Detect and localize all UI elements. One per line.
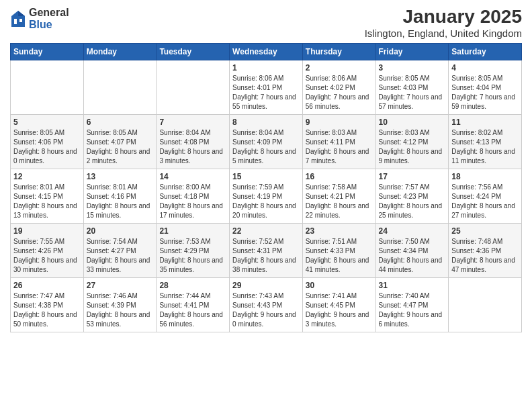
calendar-cell: 19Sunrise: 7:55 AM Sunset: 4:26 PM Dayli…	[11, 223, 84, 277]
day-number: 9	[306, 118, 373, 127]
calendar-cell	[449, 277, 522, 332]
day-number: 29	[232, 281, 300, 290]
day-number: 24	[379, 226, 446, 236]
day-info: Sunrise: 8:04 AM Sunset: 4:09 PM Dayligh…	[232, 128, 300, 166]
header-sunday: Sunday	[11, 43, 84, 60]
svg-rect-2	[14, 19, 17, 24]
page-title: January 2025	[365, 7, 522, 28]
day-number: 4	[451, 63, 519, 73]
day-info: Sunrise: 7:47 AM Sunset: 4:38 PM Dayligh…	[13, 291, 81, 329]
header-thursday: Thursday	[302, 43, 375, 60]
calendar-cell: 16Sunrise: 7:58 AM Sunset: 4:21 PM Dayli…	[302, 169, 375, 223]
day-info: Sunrise: 8:06 AM Sunset: 4:01 PM Dayligh…	[232, 74, 300, 111]
logo-icon	[10, 9, 26, 28]
calendar-cell: 7Sunrise: 8:04 AM Sunset: 4:08 PM Daylig…	[157, 114, 230, 169]
day-info: Sunrise: 8:03 AM Sunset: 4:11 PM Dayligh…	[306, 128, 373, 166]
header-row: Sunday Monday Tuesday Wednesday Thursday…	[11, 43, 522, 60]
day-info: Sunrise: 8:00 AM Sunset: 4:18 PM Dayligh…	[159, 183, 226, 220]
day-number: 17	[379, 172, 446, 181]
calendar-cell: 20Sunrise: 7:54 AM Sunset: 4:27 PM Dayli…	[83, 223, 157, 277]
day-number: 31	[379, 281, 446, 290]
calendar-week-3: 12Sunrise: 8:01 AM Sunset: 4:15 PM Dayli…	[11, 169, 522, 223]
calendar-cell: 5Sunrise: 8:05 AM Sunset: 4:06 PM Daylig…	[11, 114, 84, 169]
day-number: 18	[451, 172, 519, 181]
day-number: 26	[13, 281, 81, 290]
day-number: 2	[306, 63, 373, 73]
calendar-cell: 8Sunrise: 8:04 AM Sunset: 4:09 PM Daylig…	[230, 114, 303, 169]
day-info: Sunrise: 7:48 AM Sunset: 4:36 PM Dayligh…	[451, 237, 519, 275]
calendar-cell: 6Sunrise: 8:05 AM Sunset: 4:07 PM Daylig…	[83, 114, 157, 169]
calendar-table: Sunday Monday Tuesday Wednesday Thursday…	[10, 43, 522, 332]
logo-text: General Blue	[29, 7, 69, 30]
day-number: 21	[159, 226, 226, 236]
logo-blue-text: Blue	[29, 19, 69, 31]
day-info: Sunrise: 8:04 AM Sunset: 4:08 PM Dayligh…	[159, 128, 226, 166]
day-number: 28	[159, 281, 226, 290]
calendar-cell: 9Sunrise: 8:03 AM Sunset: 4:11 PM Daylig…	[302, 114, 375, 169]
day-number: 30	[306, 281, 373, 290]
svg-marker-1	[18, 11, 25, 16]
calendar-cell: 21Sunrise: 7:53 AM Sunset: 4:29 PM Dayli…	[157, 223, 230, 277]
day-number: 16	[306, 172, 373, 181]
day-number: 14	[159, 172, 226, 181]
day-number: 12	[13, 172, 81, 181]
calendar-cell: 11Sunrise: 8:02 AM Sunset: 4:13 PM Dayli…	[449, 114, 522, 169]
day-info: Sunrise: 7:59 AM Sunset: 4:19 PM Dayligh…	[232, 183, 300, 220]
calendar-body: 1Sunrise: 8:06 AM Sunset: 4:01 PM Daylig…	[11, 60, 522, 332]
calendar-week-2: 5Sunrise: 8:05 AM Sunset: 4:06 PM Daylig…	[11, 114, 522, 169]
calendar-cell: 15Sunrise: 7:59 AM Sunset: 4:19 PM Dayli…	[230, 169, 303, 223]
calendar-week-4: 19Sunrise: 7:55 AM Sunset: 4:26 PM Dayli…	[11, 223, 522, 277]
day-info: Sunrise: 8:03 AM Sunset: 4:12 PM Dayligh…	[379, 128, 446, 166]
day-number: 5	[13, 118, 81, 127]
calendar-cell: 4Sunrise: 8:05 AM Sunset: 4:04 PM Daylig…	[449, 60, 522, 114]
header-monday: Monday	[83, 43, 157, 60]
calendar-cell: 27Sunrise: 7:46 AM Sunset: 4:39 PM Dayli…	[83, 277, 157, 332]
day-number: 15	[232, 172, 300, 181]
day-info: Sunrise: 7:44 AM Sunset: 4:41 PM Dayligh…	[159, 291, 226, 329]
day-info: Sunrise: 7:57 AM Sunset: 4:23 PM Dayligh…	[379, 183, 446, 220]
calendar-cell: 22Sunrise: 7:52 AM Sunset: 4:31 PM Dayli…	[230, 223, 303, 277]
svg-rect-3	[19, 19, 22, 22]
day-info: Sunrise: 8:01 AM Sunset: 4:15 PM Dayligh…	[13, 183, 81, 220]
calendar-cell: 1Sunrise: 8:06 AM Sunset: 4:01 PM Daylig…	[230, 60, 303, 114]
calendar-cell: 17Sunrise: 7:57 AM Sunset: 4:23 PM Dayli…	[375, 169, 449, 223]
day-number: 11	[451, 118, 519, 127]
day-info: Sunrise: 8:05 AM Sunset: 4:06 PM Dayligh…	[13, 128, 81, 166]
day-info: Sunrise: 7:54 AM Sunset: 4:27 PM Dayligh…	[87, 237, 154, 275]
calendar-cell	[157, 60, 230, 114]
day-info: Sunrise: 7:51 AM Sunset: 4:33 PM Dayligh…	[306, 237, 373, 275]
day-info: Sunrise: 7:56 AM Sunset: 4:24 PM Dayligh…	[451, 183, 519, 220]
calendar-week-1: 1Sunrise: 8:06 AM Sunset: 4:01 PM Daylig…	[11, 60, 522, 114]
calendar-cell: 24Sunrise: 7:50 AM Sunset: 4:34 PM Dayli…	[375, 223, 449, 277]
calendar-cell: 10Sunrise: 8:03 AM Sunset: 4:12 PM Dayli…	[375, 114, 449, 169]
calendar-cell: 31Sunrise: 7:40 AM Sunset: 4:47 PM Dayli…	[375, 277, 449, 332]
day-info: Sunrise: 7:40 AM Sunset: 4:47 PM Dayligh…	[379, 291, 446, 329]
day-info: Sunrise: 8:05 AM Sunset: 4:03 PM Dayligh…	[379, 74, 446, 111]
day-info: Sunrise: 8:02 AM Sunset: 4:13 PM Dayligh…	[451, 128, 519, 166]
day-number: 1	[232, 63, 300, 73]
day-info: Sunrise: 7:58 AM Sunset: 4:21 PM Dayligh…	[306, 183, 373, 220]
day-number: 3	[379, 63, 446, 73]
day-info: Sunrise: 8:05 AM Sunset: 4:04 PM Dayligh…	[451, 74, 519, 111]
page-container: General Blue January 2025 Islington, Eng…	[0, 0, 532, 339]
header-tuesday: Tuesday	[157, 43, 230, 60]
title-block: January 2025 Islington, England, United …	[365, 7, 522, 39]
day-info: Sunrise: 7:55 AM Sunset: 4:26 PM Dayligh…	[13, 237, 81, 275]
day-number: 23	[306, 226, 373, 236]
day-number: 8	[232, 118, 300, 127]
calendar-cell: 26Sunrise: 7:47 AM Sunset: 4:38 PM Dayli…	[11, 277, 84, 332]
calendar-cell: 30Sunrise: 7:41 AM Sunset: 4:45 PM Dayli…	[302, 277, 375, 332]
calendar-cell: 13Sunrise: 8:01 AM Sunset: 4:16 PM Dayli…	[83, 169, 157, 223]
header-wednesday: Wednesday	[230, 43, 303, 60]
calendar-cell: 2Sunrise: 8:06 AM Sunset: 4:02 PM Daylig…	[302, 60, 375, 114]
calendar-cell: 23Sunrise: 7:51 AM Sunset: 4:33 PM Dayli…	[302, 223, 375, 277]
day-info: Sunrise: 7:46 AM Sunset: 4:39 PM Dayligh…	[87, 291, 154, 329]
logo-general-text: General	[29, 7, 69, 19]
calendar-header: Sunday Monday Tuesday Wednesday Thursday…	[11, 43, 522, 60]
calendar-cell: 25Sunrise: 7:48 AM Sunset: 4:36 PM Dayli…	[449, 223, 522, 277]
day-info: Sunrise: 7:52 AM Sunset: 4:31 PM Dayligh…	[232, 237, 300, 275]
day-info: Sunrise: 7:53 AM Sunset: 4:29 PM Dayligh…	[159, 237, 226, 275]
header-saturday: Saturday	[449, 43, 522, 60]
day-number: 19	[13, 226, 81, 236]
day-number: 13	[87, 172, 154, 181]
